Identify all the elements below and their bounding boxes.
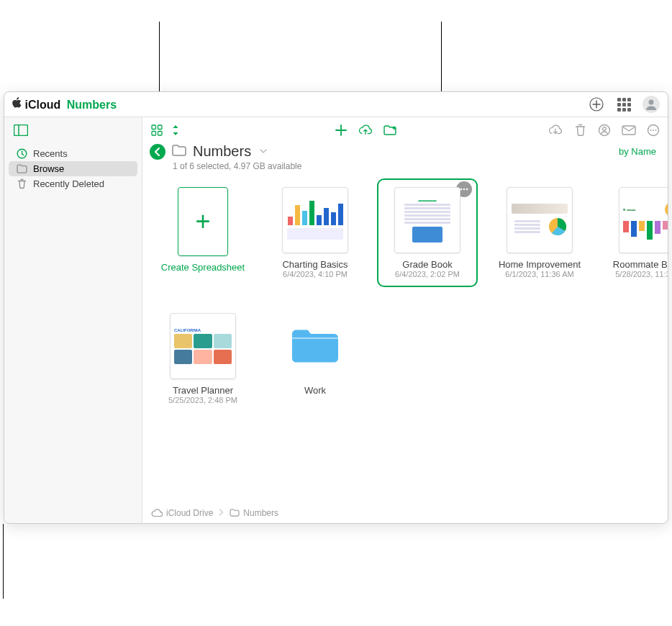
brand-product: Numbers <box>67 99 117 111</box>
svg-point-18 <box>466 189 468 191</box>
tile-label: Home Improvement <box>499 259 581 270</box>
tile-label: Work <box>304 385 326 396</box>
new-folder-button[interactable] <box>383 123 397 137</box>
create-thumb: + <box>178 187 228 256</box>
tile-label: Charting Basics <box>282 259 348 270</box>
tile-file-charting-basics[interactable]: Charting Basics 6/4/2023, 4:10 PM <box>262 178 368 287</box>
file-grid: + Create Spreadsheet Char <box>142 178 668 502</box>
tile-date: 5/25/2023, 2:48 PM <box>168 396 237 404</box>
sidebar-item-browse[interactable]: Browse <box>9 161 137 176</box>
upload-cloud-button[interactable] <box>358 123 373 137</box>
tile-date: 5/28/2023, 11:34 AM <box>615 270 668 278</box>
new-button[interactable] <box>334 123 348 137</box>
folder-icon <box>171 144 187 159</box>
cloud-icon <box>151 509 163 517</box>
sidebar-item-label: Recents <box>33 148 68 159</box>
collaborate-button[interactable] <box>597 123 612 137</box>
svg-point-10 <box>603 127 607 131</box>
svg-rect-5 <box>152 125 156 130</box>
callout-line-view-button <box>159 22 160 96</box>
app-grid-icon[interactable] <box>614 95 633 114</box>
tile-folder-work[interactable]: Work <box>262 304 368 404</box>
chevron-down-icon[interactable] <box>260 148 267 155</box>
view-list-updown-icon[interactable] <box>168 123 183 137</box>
tile-file-grade-book[interactable]: ▬▬▬▬▬ Grade Book 6/4/2023, 2:02 PM <box>374 178 481 287</box>
back-button[interactable] <box>150 144 165 160</box>
view-grid-button[interactable] <box>150 123 164 137</box>
sidebar-item-recently-deleted[interactable]: Recently Deleted <box>9 176 137 191</box>
file-thumb: ■ ▬▬ <box>619 187 668 253</box>
crumb-label: iCloud Drive <box>166 508 213 518</box>
svg-point-14 <box>653 130 654 131</box>
folder-icon <box>230 509 240 517</box>
brand-icloud: iCloud <box>24 99 60 111</box>
selection-status: 1 of 6 selected, 4.97 GB available <box>142 161 668 178</box>
svg-point-16 <box>460 189 463 191</box>
titlebar: iCloud Numbers <box>4 92 668 117</box>
folder-icon <box>16 164 27 173</box>
file-thumb <box>507 187 573 253</box>
delete-button[interactable] <box>573 123 587 137</box>
apple-logo-icon <box>12 99 24 111</box>
svg-rect-6 <box>158 125 163 130</box>
chevron-right-icon <box>219 508 224 518</box>
file-thumb: ▬▬▬▬▬ <box>394 187 460 253</box>
sort-button[interactable]: by Name <box>619 146 656 157</box>
main-toolbar <box>142 117 668 143</box>
crumb-label: Numbers <box>243 508 278 518</box>
brand: iCloud Numbers <box>12 97 117 112</box>
clock-icon <box>16 148 27 159</box>
svg-rect-11 <box>622 126 635 135</box>
sidebar: Recents Browse Recently Deleted <box>4 117 142 523</box>
tile-date: 6/4/2023, 2:02 PM <box>395 270 460 278</box>
tile-label: Create Spreadsheet <box>161 262 245 273</box>
tile-date: 6/4/2023, 4:10 PM <box>283 270 348 278</box>
svg-point-13 <box>650 130 652 131</box>
tile-label: Grade Book <box>402 259 452 270</box>
tile-label: Travel Planner <box>173 385 233 396</box>
callout-line-side <box>3 524 4 599</box>
file-thumb: CALIFORNIA <box>170 313 236 379</box>
sidebar-item-recents[interactable]: Recents <box>9 146 137 161</box>
tile-file-travel-planner[interactable]: CALIFORNIA Travel Planner 5/25/2023, 2:4… <box>150 304 256 404</box>
svg-point-17 <box>463 189 466 191</box>
download-cloud-button[interactable] <box>548 123 563 137</box>
folder-thumb <box>282 313 348 379</box>
svg-rect-8 <box>158 132 163 136</box>
email-button[interactable] <box>622 123 636 137</box>
tile-create-spreadsheet[interactable]: + Create Spreadsheet <box>150 178 256 287</box>
svg-point-15 <box>655 130 657 131</box>
tile-file-home-improvement[interactable]: Home Improvement 6/1/2023, 11:36 AM <box>486 178 593 287</box>
plus-icon: + <box>195 207 210 237</box>
toggle-sidebar-icon[interactable] <box>12 121 30 140</box>
tile-date: 6/1/2023, 11:36 AM <box>505 270 573 278</box>
svg-point-1 <box>649 100 654 105</box>
trash-icon <box>16 178 27 189</box>
sidebar-item-label: Recently Deleted <box>33 178 104 189</box>
tile-file-roommate-budget[interactable]: ■ ▬▬ <box>599 178 668 287</box>
crumb-numbers[interactable]: Numbers <box>230 508 278 518</box>
account-avatar[interactable] <box>642 95 660 114</box>
svg-point-20 <box>665 202 668 217</box>
sidebar-item-label: Browse <box>33 163 64 174</box>
folder-title: Numbers <box>193 143 251 160</box>
add-circle-icon[interactable] <box>587 95 606 114</box>
breadcrumb: iCloud Drive Numbers <box>142 502 668 523</box>
svg-rect-7 <box>152 132 156 136</box>
svg-rect-2 <box>14 125 28 136</box>
crumb-icloud-drive[interactable]: iCloud Drive <box>151 508 213 518</box>
main: Numbers by Name 1 of 6 selected, 4.97 GB… <box>142 117 668 523</box>
tile-label: Roommate Budget <box>613 259 668 270</box>
app-window: iCloud Numbers <box>4 91 668 524</box>
more-ellipsis-button[interactable] <box>646 123 660 137</box>
file-thumb <box>282 187 348 253</box>
